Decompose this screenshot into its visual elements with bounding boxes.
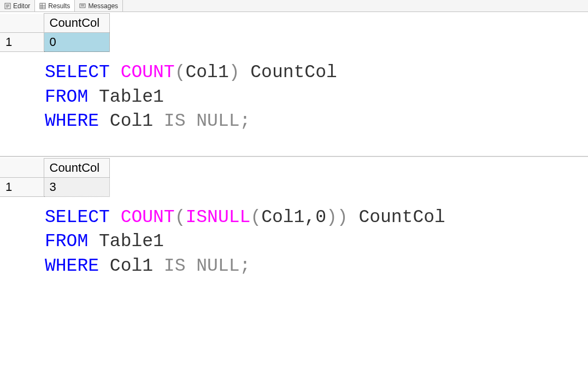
kw-from: FROM xyxy=(45,87,88,107)
sql-query-2: SELECT COUNT(ISNULL(Col1,0)) CountCol FR… xyxy=(0,197,588,279)
column-header[interactable]: CountCol xyxy=(44,14,109,33)
tab-results-label: Results xyxy=(48,2,70,10)
paren-close: ) xyxy=(229,62,240,83)
fn-isnull: ISNULL xyxy=(185,207,250,228)
editor-icon xyxy=(4,3,11,9)
kw-where: WHERE xyxy=(45,256,99,276)
kw-null: NULL xyxy=(196,111,239,131)
paren-open: ( xyxy=(175,207,186,228)
where-col: Col1 xyxy=(99,111,164,131)
tab-editor[interactable]: Editor xyxy=(0,0,35,11)
alias: CountCol xyxy=(348,207,445,228)
paren-open-2: ( xyxy=(250,207,261,228)
where-col: Col1 xyxy=(99,256,164,276)
result-grid-1: CountCol 1 0 xyxy=(0,13,110,52)
result-block-1: CountCol 1 0 SELECT COUNT(Col1) CountCol… xyxy=(0,13,588,157)
result-grid-2: CountCol 1 3 xyxy=(0,158,110,197)
sql-query-1: SELECT COUNT(Col1) CountCol FROM Table1 … xyxy=(0,52,588,134)
semicolon: ; xyxy=(240,111,251,131)
space xyxy=(185,256,196,276)
messages-icon xyxy=(79,3,86,9)
grid-corner xyxy=(0,14,44,33)
results-icon xyxy=(39,3,46,9)
tab-messages-label: Messages xyxy=(88,2,118,10)
table-row[interactable]: 1 0 xyxy=(0,33,109,52)
kw-null: NULL xyxy=(196,256,239,276)
paren-close: ) xyxy=(337,207,348,228)
paren-open: ( xyxy=(175,62,186,83)
row-number: 1 xyxy=(0,33,44,52)
kw-select: SELECT xyxy=(45,207,110,228)
isnull-args: Col1,0 xyxy=(261,207,326,228)
grid-corner xyxy=(0,158,44,177)
table-row[interactable]: 1 3 xyxy=(0,177,109,196)
fn-count: COUNT xyxy=(121,207,175,228)
tab-results[interactable]: Results xyxy=(35,0,75,11)
space xyxy=(185,111,196,131)
fn-count: COUNT xyxy=(121,62,175,83)
kw-from: FROM xyxy=(45,231,88,252)
row-number: 1 xyxy=(0,177,44,196)
alias: CountCol xyxy=(240,62,337,83)
table-name: Table1 xyxy=(88,87,164,107)
paren-close-2: ) xyxy=(326,207,337,228)
tab-editor-label: Editor xyxy=(13,2,30,10)
kw-where: WHERE xyxy=(45,111,99,131)
arg-col1: Col1 xyxy=(185,62,228,83)
svg-rect-4 xyxy=(40,3,45,9)
column-header[interactable]: CountCol xyxy=(44,158,109,177)
tab-messages[interactable]: Messages xyxy=(75,0,123,11)
tab-bar: Editor Results Messages xyxy=(0,0,588,12)
kw-is: IS xyxy=(164,111,186,131)
kw-select: SELECT xyxy=(45,62,110,83)
results-content: CountCol 1 0 SELECT COUNT(Col1) CountCol… xyxy=(0,13,588,300)
cell-value[interactable]: 0 xyxy=(44,33,109,52)
cell-value[interactable]: 3 xyxy=(44,177,109,196)
result-block-2: CountCol 1 3 SELECT COUNT(ISNULL(Col1,0)… xyxy=(0,158,588,301)
kw-is: IS xyxy=(164,256,186,276)
table-name: Table1 xyxy=(88,231,164,252)
semicolon: ; xyxy=(240,256,251,276)
